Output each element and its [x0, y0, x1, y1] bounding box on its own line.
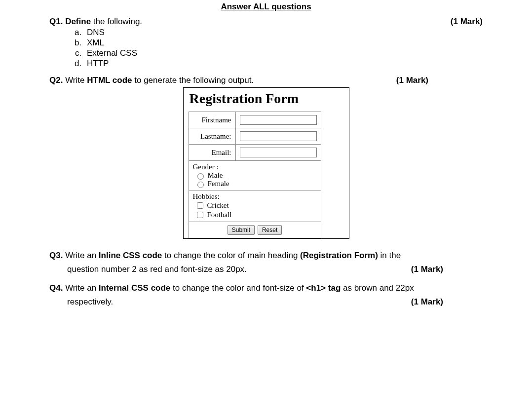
- gender-female-label: Female: [208, 180, 229, 188]
- lastname-input[interactable]: [240, 131, 317, 141]
- hobby-football-checkbox[interactable]: [197, 212, 203, 218]
- hobby-cricket-checkbox[interactable]: [197, 202, 203, 209]
- gender-male-row: Male: [195, 171, 317, 180]
- q1-list: DNS XML External CSS HTTP: [69, 28, 483, 69]
- hobbies-row: Hobbies: Cricket Football: [189, 190, 321, 222]
- q3-post1: in the: [378, 251, 401, 260]
- q1-num: Q1.: [49, 17, 63, 26]
- buttons-cell: Submit Reset: [189, 222, 321, 238]
- reset-button[interactable]: Reset: [258, 225, 282, 235]
- q3-bold1: Inline CSS code: [99, 251, 162, 260]
- q2-text: Q2. Write HTML code to generate the foll…: [49, 76, 386, 85]
- gender-female-row: Female: [195, 180, 317, 188]
- q1-mark: (1 Mark): [451, 17, 483, 27]
- email-cell: [235, 145, 321, 161]
- submit-button[interactable]: Submit: [228, 225, 255, 235]
- email-input[interactable]: [240, 148, 317, 157]
- q4-pre: Write an: [63, 283, 98, 293]
- q4-line2: respectively.: [67, 297, 113, 307]
- q3-num: Q3.: [49, 251, 63, 260]
- q3-mark: (1 Mark): [411, 265, 443, 274]
- q4-line1: Q4. Write an Internal CSS code to change…: [49, 283, 483, 293]
- gender-row: Gender : Male Female: [189, 161, 321, 190]
- q1-item-d: HTTP: [84, 59, 483, 69]
- q1-rest: the following.: [91, 17, 142, 26]
- q2-post: to generate the following output.: [132, 76, 254, 85]
- q1-item-b: XML: [84, 38, 483, 48]
- q3-line2: question number 2 as red and font-size a…: [67, 265, 247, 274]
- q2-num: Q2.: [49, 76, 63, 85]
- hobby-cricket-row: Cricket: [195, 201, 317, 210]
- email-label: Email:: [189, 145, 235, 161]
- q1-row: Q1. Define the following. (1 Mark): [49, 17, 483, 27]
- buttons-row: Submit Reset: [189, 222, 321, 238]
- q4-bold2: <h1> tag: [306, 283, 341, 293]
- q3-block: Q3. Write an Inline CSS code to change t…: [49, 251, 483, 274]
- q4-line2-row: respectively. (1 Mark): [67, 297, 483, 307]
- gender-label: Gender :: [193, 163, 317, 171]
- q4-num: Q4.: [49, 283, 63, 293]
- q2-mark: (1 Mark): [396, 76, 428, 85]
- q2-bold: HTML code: [87, 76, 132, 85]
- form-heading: Registration Form: [190, 91, 349, 107]
- q2-pre: Write: [63, 76, 87, 85]
- firstname-row: Firstname: [189, 112, 321, 128]
- lastname-label: Lastname:: [189, 128, 235, 145]
- q3-line1: Q3. Write an Inline CSS code to change t…: [49, 251, 483, 261]
- q1-item-c: External CSS: [84, 48, 483, 58]
- hobby-football-label: Football: [207, 211, 232, 219]
- q3-mid: to change the color of main heading: [162, 251, 300, 260]
- q3-bold2: (Registration Form): [300, 251, 378, 260]
- firstname-label: Firstname: [189, 112, 235, 128]
- firstname-input[interactable]: [240, 115, 317, 125]
- q1-verb: Define: [65, 17, 91, 26]
- email-row: Email:: [189, 145, 321, 161]
- registration-form-figure: Registration Form Firstname Lastname: Em…: [183, 87, 349, 239]
- q4-bold1: Internal CSS code: [99, 283, 170, 293]
- q4-post1: as brown and 22px: [341, 283, 414, 293]
- q4-mid: to change the color and font-size of: [170, 283, 306, 293]
- gender-male-label: Male: [208, 171, 223, 180]
- q1-item-a: DNS: [84, 28, 483, 38]
- q4-mark: (1 Mark): [411, 297, 443, 307]
- exam-page: Answer ALL questions Q1. Define the foll…: [0, 2, 532, 327]
- gender-female-radio[interactable]: [197, 182, 204, 188]
- firstname-cell: [235, 112, 321, 128]
- hobby-cricket-label: Cricket: [207, 201, 229, 210]
- q1-text: Q1. Define the following.: [49, 17, 441, 27]
- instruction-heading: Answer ALL questions: [49, 2, 483, 12]
- q4-block: Q4. Write an Internal CSS code to change…: [49, 283, 483, 307]
- form-table: Firstname Lastname: Email: Gender : Male: [189, 112, 321, 238]
- lastname-cell: [235, 128, 321, 145]
- q3-pre: Write an: [63, 251, 98, 260]
- gender-cell: Gender : Male Female: [189, 161, 321, 190]
- hobby-football-row: Football: [195, 210, 317, 220]
- hobbies-label: Hobbies:: [193, 192, 317, 201]
- lastname-row: Lastname:: [189, 128, 321, 145]
- q3-line2-row: question number 2 as red and font-size a…: [67, 265, 483, 274]
- gender-male-radio[interactable]: [197, 173, 204, 180]
- hobbies-cell: Hobbies: Cricket Football: [189, 190, 321, 222]
- q2-row: Q2. Write HTML code to generate the foll…: [49, 76, 483, 85]
